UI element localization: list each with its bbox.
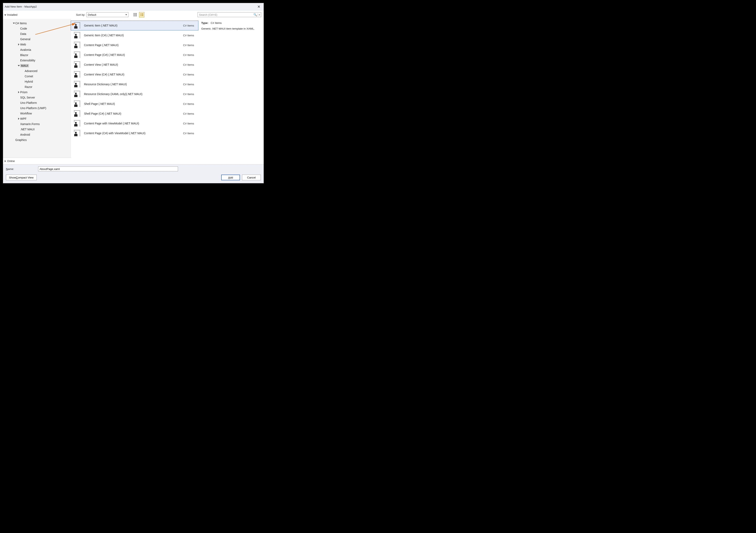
view-large-icons-button[interactable]	[132, 12, 138, 17]
svg-rect-93	[79, 61, 79, 62]
category-tree[interactable]: C# ItemsCodeDataGeneralWebAvaloniaBlazor…	[3, 19, 71, 158]
template-row[interactable]: Content Page (C#) with ViewModel (.NET M…	[71, 128, 198, 138]
svg-rect-157	[74, 93, 74, 93]
svg-rect-26	[80, 25, 80, 26]
template-name: Content Page with ViewModel (.NET MAUI)	[84, 122, 139, 125]
tree-node[interactable]: Workflow	[3, 111, 70, 116]
template-row[interactable]: Content View (.NET MAUI)C# Items	[71, 60, 198, 70]
tree-node[interactable]: Code	[3, 26, 70, 31]
svg-rect-129	[79, 81, 79, 81]
show-compact-view-button[interactable]: Show Compact View	[6, 175, 37, 180]
close-icon[interactable]: ✕	[256, 4, 262, 9]
svg-rect-145	[77, 91, 78, 91]
sort-label: Sort by:	[76, 13, 85, 16]
template-row[interactable]: Content Page with ViewModel (.NET MAUI)C…	[71, 119, 198, 128]
tree-node[interactable]: Data	[3, 31, 70, 37]
svg-rect-12	[141, 14, 143, 15]
svg-rect-24	[80, 24, 80, 24]
chevron-down-icon[interactable]	[13, 23, 15, 24]
tree-node[interactable]: Advanced	[3, 68, 70, 74]
template-row[interactable]: Generic Item (C#) (.NET MAUI)C# Items	[71, 30, 198, 40]
add-button[interactable]: Add	[221, 175, 240, 180]
svg-rect-41	[80, 33, 80, 33]
sort-dropdown[interactable]: Default	[87, 12, 128, 17]
svg-rect-2	[136, 13, 137, 14]
tree-node[interactable]: Uno Platform (UWP)	[3, 105, 70, 111]
template-name: Generic Item (C#) (.NET MAUI)	[84, 34, 124, 37]
name-input[interactable]	[38, 166, 178, 171]
svg-rect-14	[141, 15, 143, 16]
tree-node[interactable]: General	[3, 37, 70, 42]
svg-rect-117	[80, 75, 80, 76]
svg-rect-133	[80, 83, 80, 84]
svg-rect-131	[80, 82, 80, 82]
tree-node[interactable]: Extensibility	[3, 58, 70, 63]
tree-node-label: SQL Server	[20, 96, 35, 99]
tree-node[interactable]: Web	[3, 42, 70, 47]
svg-point-32	[75, 24, 77, 26]
template-row[interactable]: Content View (C#) (.NET MAUI)C# Items	[71, 70, 198, 79]
svg-rect-3	[134, 14, 134, 15]
online-label: Online	[7, 159, 15, 163]
svg-rect-204	[80, 122, 80, 122]
svg-rect-35	[76, 32, 76, 32]
svg-rect-121	[74, 73, 74, 73]
search-input[interactable]: Search (Ctrl+E) 🔍 ▾	[198, 12, 261, 17]
svg-rect-166	[80, 100, 80, 101]
svg-rect-183	[79, 110, 79, 111]
tree-node[interactable]: SQL Server	[3, 95, 70, 100]
svg-point-11	[140, 14, 141, 15]
search-dropdown-icon[interactable]: ▾	[258, 13, 261, 16]
tree-node[interactable]: Prism	[3, 90, 70, 95]
tree-node[interactable]: Graphics	[3, 137, 70, 143]
template-row[interactable]: Resource Dictionary (.NET MAUI)C# Items	[71, 79, 198, 89]
chevron-right-icon[interactable]	[18, 43, 19, 45]
tree-node-label: Uno Platform	[20, 101, 37, 104]
svg-rect-48	[74, 33, 74, 33]
svg-rect-137	[80, 87, 80, 87]
chevron-down-icon[interactable]	[18, 65, 20, 66]
chevron-right-icon	[5, 160, 6, 162]
tree-node[interactable]: C# Items	[3, 21, 70, 26]
svg-rect-61	[80, 44, 80, 45]
template-row[interactable]: Shell Page (.NET MAUI)C# Items	[71, 99, 198, 109]
view-details-button[interactable]	[139, 12, 144, 17]
tree-node[interactable]: Razor	[3, 84, 70, 90]
tree-node[interactable]: Hybrid	[3, 79, 70, 84]
svg-rect-139	[74, 83, 74, 83]
svg-rect-149	[80, 92, 80, 92]
svg-rect-65	[80, 47, 80, 48]
svg-rect-55	[77, 42, 78, 42]
tree-node[interactable]: WPF	[3, 116, 70, 121]
template-category: C# Items	[183, 63, 195, 66]
tree-node[interactable]: MAUI	[3, 63, 70, 68]
tree-node[interactable]: Uno Platform	[3, 100, 70, 105]
svg-rect-54	[76, 42, 77, 42]
svg-rect-228	[74, 131, 74, 131]
tree-node[interactable]: Comet	[3, 74, 70, 79]
svg-rect-19	[77, 22, 78, 23]
template-row[interactable]: Resource Dictionary (XAML only)(.NET MAU…	[71, 89, 198, 99]
search-placeholder: Search (Ctrl+E)	[199, 13, 217, 16]
installed-header[interactable]: Installed	[3, 11, 71, 19]
tree-node[interactable]: Xamarin.Forms	[3, 121, 70, 127]
template-row[interactable]: Content Page (C#) (.NET MAUI)C# Items	[71, 50, 198, 60]
template-list[interactable]: Generic Item (.NET MAUI)C# Items Generic…	[71, 19, 198, 164]
chevron-right-icon[interactable]	[18, 91, 19, 93]
online-header[interactable]: Online	[3, 158, 71, 164]
chevron-right-icon[interactable]	[18, 118, 19, 120]
tree-node-label: Extensibility	[20, 59, 35, 62]
tree-node[interactable]: .NET MAUI	[3, 127, 70, 132]
tree-node[interactable]: Android	[3, 132, 70, 137]
cancel-button[interactable]: Cancel	[242, 175, 261, 180]
search-icon[interactable]: 🔍	[253, 13, 258, 16]
svg-rect-118	[80, 76, 80, 76]
tree-node[interactable]: Avalonia	[3, 47, 70, 52]
template-name: Content Page (.NET MAUI)	[84, 43, 119, 47]
template-row[interactable]: Shell Page (C#) (.NET MAUI)C# Items	[71, 109, 198, 119]
add-new-item-dialog: Add New Item - MauiApp2 ✕ Installed Sort…	[3, 3, 264, 183]
template-row[interactable]: Generic Item (.NET MAUI)C# Items	[71, 21, 198, 30]
tree-node[interactable]: Blazor	[3, 52, 70, 58]
svg-rect-59	[80, 42, 80, 43]
template-row[interactable]: Content Page (.NET MAUI)C# Items	[71, 40, 198, 50]
